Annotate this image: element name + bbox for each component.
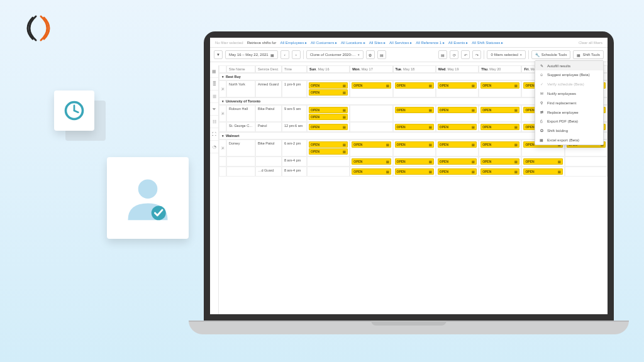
menu-item[interactable]: ✎Autofill results (535, 61, 603, 70)
print-button[interactable]: ▤ (438, 50, 447, 59)
day-cell[interactable]: OPEN▤ (436, 167, 479, 177)
row-icon[interactable] (219, 122, 226, 132)
shift-tools-button[interactable]: ▦ Shift Tools (573, 50, 604, 59)
day-cell[interactable]: OPEN▤ (436, 140, 479, 156)
open-shift[interactable]: OPEN▤ (395, 124, 434, 130)
open-shift[interactable]: OPEN▤ (395, 82, 434, 89)
open-shift[interactable]: OPEN▤ (480, 107, 519, 113)
open-shift[interactable]: OPEN▤ (480, 168, 519, 175)
menu-item[interactable]: ✪Shift bidding (535, 126, 603, 135)
day-cell[interactable] (307, 167, 350, 177)
rail-icon-1[interactable]: ≣ (210, 78, 218, 90)
menu-item[interactable]: ▦Excel export (Beta) (535, 135, 603, 145)
open-shift[interactable]: OPEN▤ (438, 124, 477, 130)
open-shift[interactable]: OPEN▤ (309, 124, 348, 130)
open-shift[interactable]: OPEN▤ (395, 107, 434, 113)
open-shift[interactable]: OPEN▤ (309, 107, 348, 113)
open-shift[interactable]: OPEN▤ (352, 82, 391, 89)
day-cell[interactable]: OPEN▤ (350, 80, 392, 97)
col-day[interactable]: Tue, May 18 (393, 65, 436, 73)
day-cell[interactable]: OPEN▤ (479, 122, 521, 132)
day-cell[interactable] (565, 156, 608, 167)
open-shift[interactable]: OPEN▤ (309, 89, 348, 96)
day-cell[interactable]: OPEN▤ (479, 80, 521, 97)
open-shift[interactable]: OPEN▤ (523, 158, 562, 165)
filter-ref1[interactable]: All Reference 1 ▸ (416, 40, 445, 45)
date-range-picker[interactable]: May 16 – May 22, 2021 ▦ (225, 50, 278, 59)
day-cell[interactable]: OPEN▤ (436, 105, 479, 122)
day-cell[interactable]: OPEN▤OPEN▤ (307, 80, 350, 97)
open-shift[interactable]: OPEN▤ (352, 158, 391, 165)
open-shift[interactable]: OPEN▤ (309, 148, 348, 155)
open-shift[interactable]: OPEN▤ (480, 82, 519, 89)
schedule-tools-button[interactable]: 🔧 Schedule Tools (531, 50, 571, 59)
open-shift[interactable]: OPEN▤ (352, 168, 391, 175)
day-cell[interactable]: OPEN▤ (350, 140, 392, 156)
col-day[interactable]: Thu, May 20 (479, 65, 521, 73)
menu-item[interactable]: ☺Suggest employee (Beta) (535, 70, 603, 79)
rail-icon-3[interactable]: ⏷ (210, 103, 218, 116)
day-cell[interactable]: OPEN▤ (436, 156, 479, 167)
col-time[interactable]: Time (282, 65, 307, 73)
rail-icon-2[interactable]: ☰ (210, 90, 218, 103)
day-cell[interactable]: OPEN▤OPEN▤ (307, 140, 350, 156)
open-shift[interactable]: OPEN▤ (395, 141, 434, 148)
refresh-button[interactable]: ⟳ (450, 50, 458, 59)
view-funnel-button[interactable]: ▼ (214, 50, 223, 59)
day-cell[interactable]: OPEN▤ (479, 167, 521, 177)
rail-icon-5[interactable]: ⛶ (210, 128, 218, 141)
day-cell[interactable]: OPEN▤ (393, 156, 436, 167)
day-cell[interactable]: OPEN▤ (307, 122, 350, 132)
day-cell[interactable]: OPEN▤ (393, 140, 436, 156)
filter-locations[interactable]: All Locations ▸ (341, 40, 365, 45)
row-icon[interactable]: ⛯ (219, 140, 226, 156)
day-cell[interactable]: OPEN▤ (393, 105, 436, 122)
filter-services[interactable]: All Services ▸ (389, 40, 412, 45)
open-shift[interactable]: OPEN▤ (480, 141, 519, 148)
open-shift[interactable]: OPEN▤ (395, 168, 434, 175)
col-day[interactable]: Mon, May 17 (350, 65, 392, 73)
prev-week-button[interactable]: ‹ (280, 50, 289, 59)
day-cell[interactable] (350, 122, 392, 132)
rail-icon-0[interactable]: ▦ (210, 65, 218, 78)
open-shift[interactable]: OPEN▤ (352, 141, 391, 148)
rail-icon-6[interactable]: ◔ (210, 141, 218, 153)
open-shift[interactable]: OPEN▤ (438, 168, 477, 175)
open-shift[interactable]: OPEN▤ (438, 158, 477, 165)
open-shift[interactable]: OPEN▤ (480, 158, 519, 165)
undo-button[interactable]: ↶ (461, 50, 470, 59)
day-cell[interactable]: OPEN▤ (436, 80, 479, 97)
filters-selected-dropdown[interactable]: 0 filters selected ▾ (487, 50, 525, 59)
col-day[interactable]: Wed, May 19 (436, 65, 479, 73)
open-shift[interactable]: OPEN▤ (523, 168, 562, 175)
row-icon[interactable] (219, 167, 226, 177)
menu-item[interactable]: ⚲Find replacement (535, 98, 603, 107)
filter-sites[interactable]: All Sites ▸ (369, 40, 386, 45)
menu-item[interactable]: ⎙Export PDF (Beta) (535, 117, 603, 126)
day-cell[interactable]: OPEN▤ (521, 167, 564, 177)
day-cell[interactable]: OPEN▤ (479, 156, 521, 167)
day-cell[interactable] (565, 167, 608, 177)
settings-button[interactable]: ✿ (366, 50, 375, 59)
row-icon[interactable]: ⛯ (219, 105, 226, 122)
day-cell[interactable]: OPEN▤ (479, 140, 521, 156)
col-site[interactable]: Site Name (226, 65, 255, 73)
open-shift[interactable]: OPEN▤ (480, 124, 519, 130)
open-shift[interactable]: OPEN▤ (438, 107, 477, 113)
day-cell[interactable]: OPEN▤ (479, 105, 521, 122)
day-cell[interactable] (307, 156, 350, 167)
menu-item[interactable]: ⇄Replace employee (535, 107, 603, 117)
day-cell[interactable]: OPEN▤ (393, 122, 436, 132)
clear-filters[interactable]: Clear all filters (579, 41, 602, 45)
day-cell[interactable]: OPEN▤OPEN▤ (307, 105, 350, 122)
rail-icon-4[interactable]: ☷ (210, 116, 218, 128)
next-week-button[interactable]: › (292, 50, 301, 59)
open-shift[interactable]: OPEN▤ (309, 141, 348, 148)
redo-button[interactable]: ↷ (472, 50, 481, 59)
open-shift[interactable]: OPEN▤ (395, 158, 434, 165)
day-cell[interactable]: OPEN▤ (521, 156, 564, 167)
day-cell[interactable]: OPEN▤ (350, 156, 392, 167)
day-cell[interactable]: OPEN▤ (436, 122, 479, 132)
open-shift[interactable]: OPEN▤ (309, 114, 348, 120)
filter-events[interactable]: All Events ▸ (448, 40, 468, 45)
